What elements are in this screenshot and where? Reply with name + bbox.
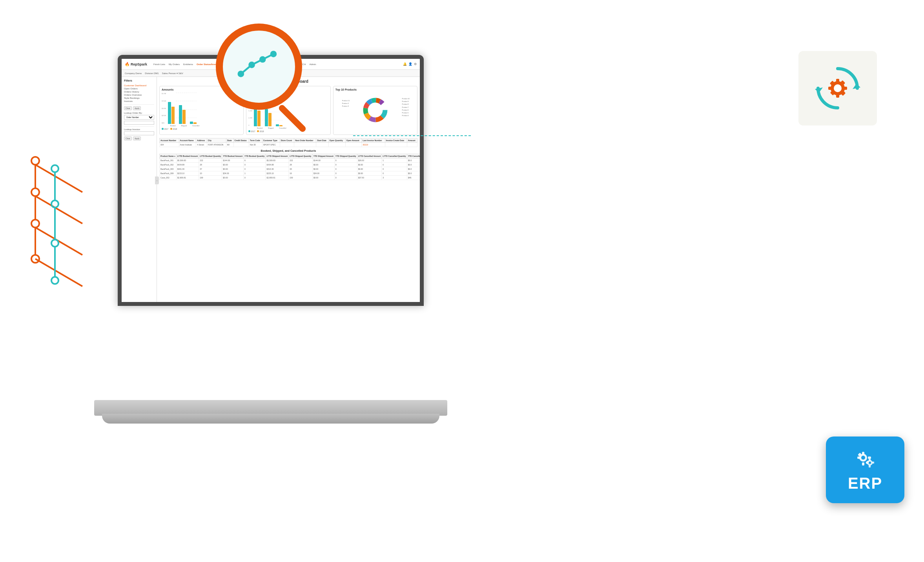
bcol-lytd-cancelled-qty: LYTD Cancelled Quantity bbox=[382, 154, 407, 158]
sidebar-btn-group-2: Clear Apply bbox=[124, 136, 154, 140]
svg-point-21 bbox=[270, 51, 277, 57]
svg-rect-61 bbox=[872, 462, 874, 464]
cell-last-invoice[interactable]: 30219 bbox=[362, 143, 385, 147]
svg-point-17 bbox=[51, 277, 58, 284]
sidebar-item-orders-overview[interactable]: Orders Overview bbox=[124, 93, 154, 96]
product-label-3: Product 3 bbox=[342, 105, 350, 107]
bcol-lytd-booked-qty: LYTD Booked Quantity bbox=[199, 154, 222, 158]
col-invoice-date: Invoice Create Date bbox=[385, 138, 407, 143]
sidebar-item-customer-dashboard[interactable]: Customer Dashboard bbox=[124, 84, 154, 87]
sidebar-lookup-label: Lookup Order By: bbox=[124, 112, 154, 114]
amounts-bar-shipped bbox=[179, 105, 186, 124]
notification-icon[interactable]: 🔔 bbox=[403, 62, 407, 66]
sidebar-lookup-input[interactable] bbox=[124, 121, 154, 125]
product-label-10: Product 10 bbox=[402, 97, 409, 100]
product-label-11: Product 11 bbox=[342, 99, 350, 102]
cell-open-qty bbox=[328, 143, 345, 147]
col-account-name: Account Name bbox=[179, 138, 196, 143]
svg-rect-40 bbox=[836, 79, 839, 83]
scene: 🔥 RepSpark Finish Lists My Orders Emblem… bbox=[0, 0, 924, 562]
svg-rect-51 bbox=[862, 462, 864, 466]
product-label-4: Product 4 bbox=[402, 114, 409, 117]
legend-dot-2017 bbox=[162, 128, 164, 130]
svg-rect-59 bbox=[869, 465, 871, 467]
erp-gear-icon bbox=[853, 448, 877, 471]
sidebar-divider bbox=[124, 104, 154, 105]
sidebar-item-invoices[interactable]: Invoices bbox=[124, 100, 154, 103]
bar-shipped-2018 bbox=[182, 110, 186, 124]
col-open-amount: Open Amount bbox=[345, 138, 361, 143]
amounts-x-booked: Booked bbox=[170, 125, 176, 127]
booked-table-title: Booked, Shipped, and Cancelled Products bbox=[159, 149, 417, 152]
cell-next-order bbox=[294, 143, 316, 147]
cell-inv-date bbox=[385, 143, 407, 147]
amounts-bar-booked bbox=[168, 102, 175, 124]
prod-name-3: BackPack_003 bbox=[160, 167, 177, 171]
sidebar-clear-btn[interactable]: Clear bbox=[124, 106, 132, 110]
col-next-order: Next Order Number bbox=[294, 138, 316, 143]
sidebar-divider-2 bbox=[124, 126, 154, 127]
nav-my-orders[interactable]: My Orders bbox=[168, 63, 180, 66]
erp-badge: ERP bbox=[826, 437, 904, 503]
user-icon[interactable]: 👤 bbox=[408, 62, 412, 66]
magnifier-handle bbox=[278, 104, 307, 133]
network-lines bbox=[12, 137, 90, 294]
bcol-ytd-shipped-qty: YTD Shipped Quantity bbox=[334, 154, 357, 158]
col-state: State bbox=[226, 138, 233, 143]
sidebar-clear-btn2[interactable]: Clear bbox=[124, 136, 132, 140]
donut-chart bbox=[363, 97, 388, 123]
svg-rect-53 bbox=[868, 457, 871, 459]
product-label-7: Product 7 bbox=[402, 106, 409, 109]
sidebar-invoice-input[interactable] bbox=[124, 131, 154, 135]
col-open-qty: Open Quantity bbox=[328, 138, 345, 143]
sync-gear-icon bbox=[810, 61, 865, 116]
amounts-bar-cancelled bbox=[190, 122, 197, 124]
sidebar-apply-btn[interactable]: Apply bbox=[133, 106, 141, 110]
bcol-ytd-booked-amt: YTD Booked Amount bbox=[222, 154, 244, 158]
salesperson-dropdown[interactable]: Sales Person ▾ S&V bbox=[162, 72, 183, 75]
svg-line-8 bbox=[35, 196, 82, 224]
sidebar-apply-btn2[interactable]: Apply bbox=[133, 136, 141, 140]
sidebar-item-style-bookings[interactable]: Style Bookings bbox=[124, 96, 154, 100]
product-label-6: Product 6 bbox=[402, 109, 409, 111]
sidebar-lookup-select[interactable]: Order Number bbox=[124, 115, 154, 120]
sidebar-item-open-orders[interactable]: Open Orders bbox=[124, 87, 154, 90]
svg-line-9 bbox=[35, 227, 82, 255]
settings-icon[interactable]: ⚙ bbox=[414, 62, 417, 66]
product-label-8: Product 8 bbox=[402, 103, 409, 105]
top-products-chart: Top 10 Products Product 10 Product 9 Pro… bbox=[333, 86, 417, 135]
prod-name-1: BackPack_001 bbox=[160, 158, 177, 163]
col-address: Address bbox=[196, 138, 207, 143]
col-account-number: Account Number bbox=[160, 138, 179, 143]
sidebar-item-orders-history[interactable]: Orders History bbox=[124, 90, 154, 93]
sidebar-btn-group-1: Clear Apply bbox=[124, 106, 154, 110]
svg-rect-50 bbox=[862, 452, 864, 455]
cell-credit bbox=[233, 143, 249, 147]
sidebar-invoice-label: Lookup Invoice: bbox=[124, 128, 154, 131]
nav-emblems[interactable]: Emblems bbox=[182, 63, 194, 66]
table-row: BackPack_009 $223.10 10 $34.00 1 $225.10… bbox=[160, 171, 420, 176]
bcol-ytd-cancelled-amt: YTD Cancelled Amt bbox=[407, 154, 420, 158]
legend-dot-2018 bbox=[170, 128, 172, 130]
amounts-chart-area bbox=[168, 93, 197, 124]
svg-point-4 bbox=[31, 220, 39, 227]
dotted-connection-line bbox=[353, 135, 471, 136]
svg-point-2 bbox=[31, 188, 39, 196]
amounts-y-labels: $1.0M $750K $500K $250K $0K bbox=[162, 93, 167, 124]
bcol-ytd-booked-qty: YTD Booked Quantity bbox=[244, 154, 266, 158]
prod-name-5: Case_002 bbox=[160, 176, 177, 180]
cell-cust-type: SPORT SPEC bbox=[262, 143, 280, 147]
nav-finish-lists[interactable]: Finish Lists bbox=[153, 63, 166, 66]
customer-table: Account Number Account Name Address City… bbox=[159, 138, 417, 147]
cell-state: WI bbox=[226, 143, 233, 147]
bar-booked-2017 bbox=[168, 102, 171, 124]
table-row: BackPack_003 $401.30 37 $0.00 0 $313.30 … bbox=[160, 167, 420, 171]
top-products-title: Top 10 Products bbox=[335, 88, 415, 91]
col-credit-status: Credit Status bbox=[233, 138, 249, 143]
svg-point-49 bbox=[861, 456, 865, 460]
sidebar-collapse-btn[interactable]: ‹ bbox=[155, 176, 159, 184]
sync-icon-panel bbox=[798, 51, 877, 125]
amounts-x-shipped: Shipped bbox=[181, 125, 187, 127]
bcol-lytd-shipped-qty: LYTD Shipped Quantity bbox=[289, 154, 312, 158]
svg-marker-37 bbox=[815, 87, 823, 93]
